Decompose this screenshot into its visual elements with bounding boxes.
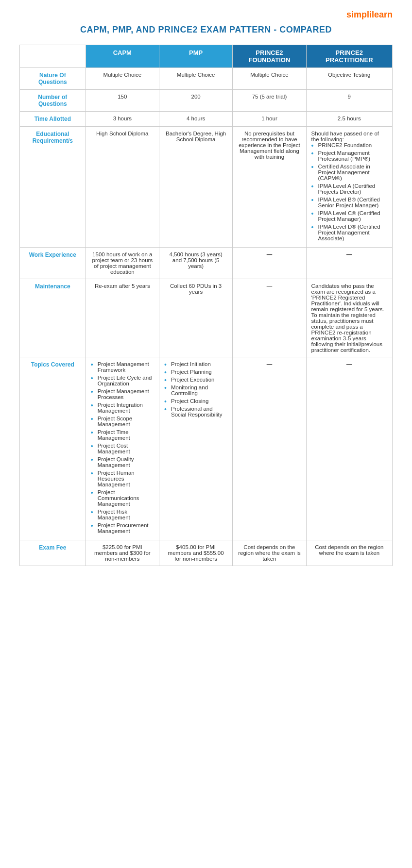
pmp-topics-list: Project InitiationProject PlanningProjec… (164, 361, 227, 417)
p2p-fee: Cost depends on the region where the exa… (306, 540, 392, 566)
page-title: CAPM, PMP, AND PRINCE2 EXAM PATTERN - CO… (19, 25, 393, 35)
comparison-table: CAPM PMP PRINCE2 FOUNDATION PRINCE2 PRAC… (19, 45, 393, 566)
pmp-work: 4,500 hours (3 years) and 7,500 hours (5… (159, 248, 232, 279)
logo: simplilearn (346, 10, 393, 20)
list-item: IPMA Level C® (Certified Project Manager… (311, 210, 387, 222)
pmp-topics: Project InitiationProject PlanningProjec… (159, 357, 232, 540)
p2f-edu: No prerequisites but recommended to have… (233, 127, 306, 248)
list-item: Project Planning (164, 369, 227, 375)
capm-topics-list: Project Management FrameworkProject Life… (91, 361, 154, 534)
list-item: Project Risk Management (91, 509, 154, 520)
capm-time: 3 hours (86, 112, 159, 127)
table-row-numq: Number of Questions 150 200 75 (5 are tr… (20, 90, 393, 112)
label-edu: Educational Requirement/s (20, 127, 86, 248)
header-pmp: PMP (159, 45, 232, 68)
list-item: IPMA Level D® (Certified Project Managem… (311, 224, 387, 241)
capm-maint: Re-exam after 5 years (86, 279, 159, 357)
list-item: Project Quality Management (91, 456, 154, 468)
table-row-topics: Topics Covered Project Management Framew… (20, 357, 393, 540)
capm-nature: Multiple Choice (86, 68, 159, 90)
logo-learn: learn (372, 10, 393, 19)
list-item: Project Integration Management (91, 402, 154, 414)
p2f-numq: 75 (5 are trial) (233, 90, 306, 112)
p2f-topics: — (233, 357, 306, 540)
label-time: Time Allotted (20, 112, 86, 127)
capm-topics: Project Management FrameworkProject Life… (86, 357, 159, 540)
list-item: Project Time Management (91, 429, 154, 441)
list-item: Project Scope Management (91, 416, 154, 427)
list-item: Project Execution (164, 377, 227, 383)
pmp-numq: 200 (159, 90, 232, 112)
p2p-nature: Objective Testing (306, 68, 392, 90)
capm-edu: High School Diploma (86, 127, 159, 248)
p2p-topics: — (306, 357, 392, 540)
table-row-maint: Maintenance Re-exam after 5 years Collec… (20, 279, 393, 357)
capm-work: 1500 hours of work on a project team or … (86, 248, 159, 279)
capm-fee: $225.00 for PMI members and $300 for non… (86, 540, 159, 566)
list-item: PRINCE2 Foundation (311, 142, 387, 148)
pmp-edu: Bachelor's Degree, High School Diploma (159, 127, 232, 248)
p2f-fee: Cost depends on the region where the exa… (233, 540, 306, 566)
list-item: Certified Associate in Project Managemen… (311, 164, 387, 181)
p2p-maint: Candidates who pass the exam are recogni… (306, 279, 392, 357)
list-item: Project Management Processes (91, 388, 154, 400)
list-item: Project Initiation (164, 361, 227, 367)
header-prince2p: PRINCE2 PRACTITIONER (306, 45, 392, 68)
table-row-fee: Exam Fee $225.00 for PMI members and $30… (20, 540, 393, 566)
p2f-time: 1 hour (233, 112, 306, 127)
table-row-nature: Nature Of Questions Multiple Choice Mult… (20, 68, 393, 90)
list-item: Project Human Resources Management (91, 470, 154, 487)
table-row-work: Work Experience 1500 hours of work on a … (20, 248, 393, 279)
list-item: Project Closing (164, 398, 227, 404)
list-item: IPMA Level A (Certified Projects Directo… (311, 183, 387, 195)
list-item: Project Management Professional (PMP®) (311, 150, 387, 162)
label-fee: Exam Fee (20, 540, 86, 566)
p2f-work: — (233, 248, 306, 279)
list-item: Project Life Cycle and Organization (91, 375, 154, 386)
list-item: Professional and Social Responsibility (164, 406, 227, 417)
header-capm: CAPM (86, 45, 159, 68)
pmp-nature: Multiple Choice (159, 68, 232, 90)
list-item: Project Communications Management (91, 489, 154, 507)
capm-numq: 150 (86, 90, 159, 112)
pmp-fee: $405.00 for PMI members and $555.00 for … (159, 540, 232, 566)
list-item: IPMA Level B® (Certified Senior Project … (311, 197, 387, 208)
label-work: Work Experience (20, 248, 86, 279)
list-item: Project Procurement Management (91, 522, 154, 534)
p2f-nature: Multiple Choice (233, 68, 306, 90)
p2p-work: — (306, 248, 392, 279)
p2p-edu-list: PRINCE2 FoundationProject Management Pro… (311, 142, 387, 241)
p2p-edu-intro: Should have passed one of the following: (311, 131, 379, 142)
page-wrapper: simplilearn CAPM, PMP, AND PRINCE2 EXAM … (0, 0, 412, 585)
header-prince2f: PRINCE2 FOUNDATION (233, 45, 306, 68)
label-nature: Nature Of Questions (20, 68, 86, 90)
p2f-maint: — (233, 279, 306, 357)
label-numq: Number of Questions (20, 90, 86, 112)
label-topics: Topics Covered (20, 357, 86, 540)
list-item: Monitoring and Controlling (164, 384, 227, 396)
list-item: Project Management Framework (91, 361, 154, 373)
p2p-edu: Should have passed one of the following:… (306, 127, 392, 248)
label-maint: Maintenance (20, 279, 86, 357)
table-row-time: Time Allotted 3 hours 4 hours 1 hour 2.5… (20, 112, 393, 127)
table-row-edu: Educational Requirement/s High School Di… (20, 127, 393, 248)
header-empty (20, 45, 86, 68)
logo-simpli: simpli (346, 10, 372, 19)
p2p-time: 2.5 hours (306, 112, 392, 127)
logo-bar: simplilearn (19, 10, 393, 20)
list-item: Project Cost Management (91, 443, 154, 454)
pmp-time: 4 hours (159, 112, 232, 127)
pmp-maint: Collect 60 PDUs in 3 years (159, 279, 232, 357)
p2p-numq: 9 (306, 90, 392, 112)
